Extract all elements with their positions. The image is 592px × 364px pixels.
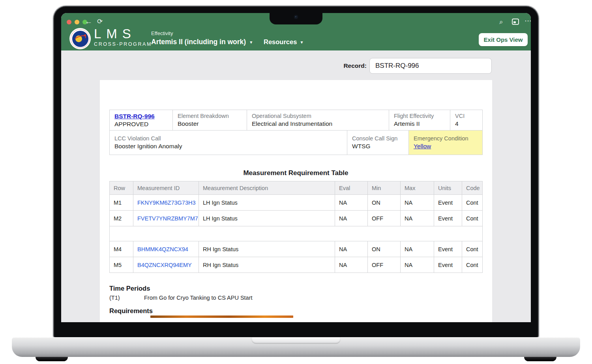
col-header: Row — [110, 181, 133, 195]
field-label: VCI — [455, 113, 478, 119]
effectivity-value: Artemis II (including in work) — [151, 38, 246, 46]
reload-icon[interactable]: ⟳ — [97, 18, 103, 25]
table-row: M2 FVETV7YNRZBMY7M7 LH Ign Status NA OFF… — [110, 211, 483, 226]
col-header: Eval — [335, 181, 368, 195]
record-status: APPROVED — [114, 121, 168, 128]
effectivity-label: Effectivity — [151, 30, 252, 36]
eval-cell: NA — [335, 257, 368, 273]
record-input[interactable] — [369, 58, 492, 74]
min-cell: OFF — [368, 257, 401, 273]
minimize-window-button[interactable] — [75, 20, 79, 24]
max-cell: NA — [401, 211, 434, 226]
col-header: Measurement Description — [199, 181, 335, 195]
max-cell: NA — [401, 257, 434, 273]
description-cell: LH Ign Status — [199, 211, 335, 226]
description-cell: RH Ign Status — [199, 241, 335, 257]
code-cell: Cont — [462, 195, 483, 211]
max-cell: NA — [401, 195, 434, 211]
record-field-label: Record: — [343, 58, 367, 74]
operational-subsystem-cell: Operational Subsystem Electrical and Ins… — [247, 110, 389, 131]
min-cell: ON — [368, 241, 401, 257]
chevron-down-icon: ▾ — [250, 40, 252, 45]
close-window-button[interactable] — [67, 20, 71, 24]
lid-scoop — [251, 337, 341, 344]
table-row-empty — [110, 226, 483, 241]
col-header: Code — [462, 181, 483, 195]
max-cell: NA — [401, 241, 434, 257]
table-row: M1 FKNY9KM6Z73G73H3 LH Ign Status NA ON … — [110, 195, 483, 211]
more-options-icon[interactable]: ⋯ — [525, 18, 531, 24]
field-label: Element Breakdown — [178, 113, 242, 119]
measurement-id-link[interactable]: FVETV7YNRZBMY7M7 — [137, 215, 198, 222]
record-id-cell: BSTR-RQ-996 APPROVED — [110, 110, 173, 131]
back-icon[interactable]: ← — [85, 18, 92, 25]
logo-orbit-dot — [84, 34, 86, 36]
row-cell: M2 — [110, 211, 133, 226]
min-cell: ON — [368, 195, 401, 211]
field-value: Booster Ignition Anomaly — [114, 143, 342, 150]
units-cell: Event — [434, 241, 462, 257]
effectivity-dropdown[interactable]: Effectivity Artemis II (including in wor… — [151, 30, 252, 46]
row-cell: M5 — [110, 257, 133, 273]
measurement-table-title: Measurement Requirement Table — [109, 169, 482, 177]
lcc-violation-cell: LCC Violation Call Booster Ignition Anom… — [110, 131, 347, 155]
table-row: M5 B4QZNCXRQ94EMY RH Ign Status NA OFF N… — [110, 257, 483, 273]
code-cell: Cont — [462, 241, 483, 257]
measurement-id-link[interactable]: FKNY9KM6Z73G73H3 — [137, 200, 195, 206]
col-header: Units — [434, 181, 462, 195]
page-content: Record: BSTR-RQ-996 APPROVED Element Bre… — [61, 50, 531, 322]
description-cell: RH Ign Status — [199, 257, 335, 273]
time-period-description: From Go for Cryo Tanking to CS APU Start — [144, 295, 253, 301]
measurement-id-cell: FKNY9KM6Z73G73H3 — [133, 195, 199, 211]
emergency-condition-link[interactable]: Yellow — [414, 143, 431, 149]
brand-subtitle: CROSS-PROGRAM — [94, 41, 152, 47]
measurement-id-link[interactable]: BHMMK4QZNCX94 — [137, 246, 188, 252]
side-panel-icon[interactable] — [512, 19, 519, 25]
field-value: 4 — [455, 120, 478, 127]
units-cell: Event — [434, 211, 462, 226]
field-label: Emergency Condition — [414, 135, 478, 142]
resources-label: Resources — [264, 38, 297, 46]
row-cell: M4 — [110, 241, 133, 257]
col-header: Min — [368, 181, 401, 195]
laptop-mockup: ← ⟳ LMS CROSS-PROGRAM Effectivity Artemi… — [0, 0, 592, 364]
summary-table-row2: LCC Violation Call Booster Ignition Anom… — [109, 130, 483, 155]
side-panel-icon-inner — [513, 21, 516, 23]
units-cell: Event — [434, 195, 462, 211]
table-row: M4 BHMMK4QZNCX94 RH Ign Status NA ON NA … — [110, 241, 483, 257]
row-cell: M1 — [110, 195, 133, 211]
emergency-condition-cell: Emergency Condition Yellow — [409, 131, 483, 155]
chevron-down-icon: ▾ — [300, 40, 303, 45]
code-cell: Cont — [462, 211, 483, 226]
exit-ops-view-button[interactable]: Exit Ops View — [479, 33, 528, 46]
record-id-link[interactable]: BSTR-RQ-996 — [114, 113, 155, 119]
time-period-item: (T1) From Go for Cryo Tanking to CS APU … — [109, 295, 483, 301]
zoom-page-icon[interactable]: ⌕ — [499, 19, 503, 25]
summary-table-row1: BSTR-RQ-996 APPROVED Element Breakdown B… — [109, 110, 483, 131]
col-header: Measurement ID — [133, 181, 199, 195]
eval-cell: NA — [335, 211, 368, 226]
vci-cell: VCI 4 — [450, 110, 483, 131]
record-card: BSTR-RQ-996 APPROVED Element Breakdown B… — [100, 80, 492, 322]
window-controls — [67, 20, 87, 24]
webcam-glint — [295, 16, 296, 17]
min-cell: OFF — [368, 211, 401, 226]
time-periods-heading: Time Periods — [109, 285, 483, 292]
col-header: Max — [401, 181, 434, 195]
resources-menu[interactable]: Resources ▾ — [264, 38, 303, 46]
measurement-id-cell: FVETV7YNRZBMY7M7 — [133, 211, 199, 226]
table-header-row: Row Measurement ID Measurement Descripti… — [110, 181, 483, 195]
flight-effectivity-cell: Flight Effectivity Artemis II — [389, 110, 450, 131]
eval-cell: NA — [335, 195, 368, 211]
field-value: Artemis II — [394, 120, 445, 127]
field-value: WTSG — [352, 143, 404, 150]
console-call-sign-cell: Console Call Sign WTSG — [347, 131, 409, 155]
eval-cell: NA — [335, 241, 368, 257]
measurement-id-link[interactable]: B4QZNCXRQ94EMY — [137, 262, 192, 268]
agency-logo — [69, 28, 91, 49]
measurement-table: Row Measurement ID Measurement Descripti… — [109, 181, 483, 273]
camera-notch — [270, 7, 322, 24]
brand-text: LMS CROSS-PROGRAM — [94, 27, 152, 47]
code-cell: Cont — [462, 257, 483, 273]
browser-window: ← ⟳ LMS CROSS-PROGRAM Effectivity Artemi… — [61, 13, 531, 322]
